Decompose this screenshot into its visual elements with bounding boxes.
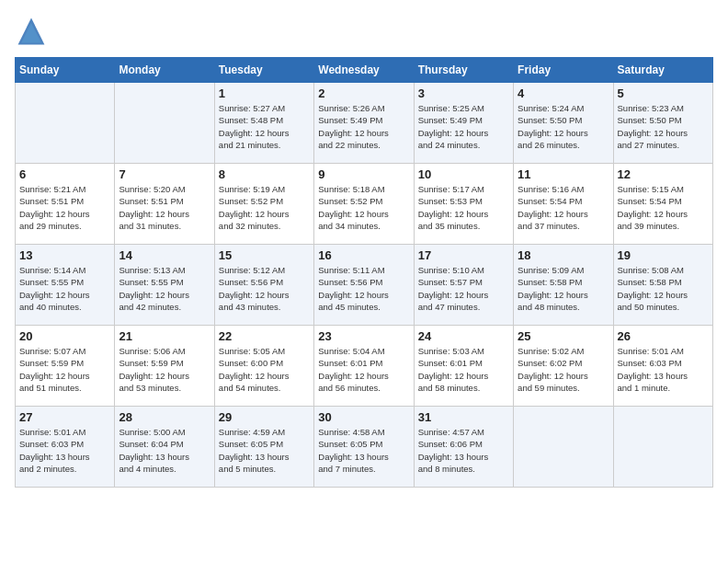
day-number: 11 [518,167,609,181]
calendar-body: 1Sunrise: 5:27 AM Sunset: 5:48 PM Daylig… [16,83,713,488]
day-cell: 25Sunrise: 5:02 AM Sunset: 6:02 PM Dayli… [514,326,613,407]
day-cell: 27Sunrise: 5:01 AM Sunset: 6:03 PM Dayli… [16,407,115,488]
day-cell: 2Sunrise: 5:26 AM Sunset: 5:49 PM Daylig… [314,83,414,164]
calendar-header: SundayMondayTuesdayWednesdayThursdayFrid… [16,58,713,83]
week-row-1: 6Sunrise: 5:21 AM Sunset: 5:51 PM Daylig… [16,164,713,245]
day-number: 21 [119,329,210,343]
day-number: 31 [418,410,509,424]
day-info: Sunrise: 5:13 AM Sunset: 5:55 PM Dayligh… [119,264,210,313]
day-info: Sunrise: 5:06 AM Sunset: 5:59 PM Dayligh… [119,345,210,394]
day-number: 15 [219,248,310,262]
day-info: Sunrise: 5:00 AM Sunset: 6:04 PM Dayligh… [119,426,210,475]
day-cell: 5Sunrise: 5:23 AM Sunset: 5:50 PM Daylig… [613,83,712,164]
day-cell [514,407,613,488]
day-cell: 29Sunrise: 4:59 AM Sunset: 6:05 PM Dayli… [214,407,313,488]
day-number: 16 [318,248,409,262]
day-cell: 22Sunrise: 5:05 AM Sunset: 6:00 PM Dayli… [214,326,313,407]
day-cell: 12Sunrise: 5:15 AM Sunset: 5:54 PM Dayli… [613,164,712,245]
day-cell: 3Sunrise: 5:25 AM Sunset: 5:49 PM Daylig… [414,83,513,164]
logo [15,15,51,48]
header-row: SundayMondayTuesdayWednesdayThursdayFrid… [16,58,713,83]
day-info: Sunrise: 4:58 AM Sunset: 6:05 PM Dayligh… [318,426,409,475]
day-number: 26 [618,329,709,343]
day-info: Sunrise: 5:21 AM Sunset: 5:51 PM Dayligh… [19,183,110,232]
day-info: Sunrise: 5:03 AM Sunset: 6:01 PM Dayligh… [418,345,509,394]
week-row-0: 1Sunrise: 5:27 AM Sunset: 5:48 PM Daylig… [16,83,713,164]
header-cell-tuesday: Tuesday [214,58,313,83]
logo-icon [15,15,48,48]
day-cell: 6Sunrise: 5:21 AM Sunset: 5:51 PM Daylig… [16,164,115,245]
day-number: 29 [219,410,310,424]
header-cell-saturday: Saturday [613,58,712,83]
day-number: 17 [418,248,509,262]
day-cell: 28Sunrise: 5:00 AM Sunset: 6:04 PM Dayli… [115,407,214,488]
day-number: 24 [418,329,509,343]
day-cell: 21Sunrise: 5:06 AM Sunset: 5:59 PM Dayli… [115,326,214,407]
day-number: 3 [418,86,509,100]
day-cell [613,407,712,488]
day-number: 22 [219,329,310,343]
day-info: Sunrise: 5:10 AM Sunset: 5:57 PM Dayligh… [418,264,509,313]
day-info: Sunrise: 5:02 AM Sunset: 6:02 PM Dayligh… [518,345,609,394]
day-number: 30 [318,410,409,424]
day-info: Sunrise: 5:25 AM Sunset: 5:49 PM Dayligh… [418,102,509,151]
day-number: 9 [318,167,409,181]
day-number: 12 [618,167,709,181]
day-cell: 23Sunrise: 5:04 AM Sunset: 6:01 PM Dayli… [314,326,414,407]
day-cell: 1Sunrise: 5:27 AM Sunset: 5:48 PM Daylig… [214,83,313,164]
day-info: Sunrise: 5:27 AM Sunset: 5:48 PM Dayligh… [219,102,310,151]
day-number: 13 [19,248,110,262]
day-info: Sunrise: 5:07 AM Sunset: 5:59 PM Dayligh… [19,345,110,394]
day-number: 10 [418,167,509,181]
day-info: Sunrise: 5:05 AM Sunset: 6:00 PM Dayligh… [219,345,310,394]
day-info: Sunrise: 5:19 AM Sunset: 5:52 PM Dayligh… [219,183,310,232]
day-number: 4 [518,86,609,100]
day-cell: 11Sunrise: 5:16 AM Sunset: 5:54 PM Dayli… [514,164,613,245]
day-number: 5 [618,86,709,100]
day-number: 19 [618,248,709,262]
day-info: Sunrise: 5:20 AM Sunset: 5:51 PM Dayligh… [119,183,210,232]
calendar-table: SundayMondayTuesdayWednesdayThursdayFrid… [15,57,713,488]
header-cell-monday: Monday [115,58,214,83]
day-info: Sunrise: 5:15 AM Sunset: 5:54 PM Dayligh… [618,183,709,232]
day-info: Sunrise: 5:26 AM Sunset: 5:49 PM Dayligh… [318,102,409,151]
day-info: Sunrise: 5:01 AM Sunset: 6:03 PM Dayligh… [19,426,110,475]
day-cell: 16Sunrise: 5:11 AM Sunset: 5:56 PM Dayli… [314,245,414,326]
day-info: Sunrise: 5:16 AM Sunset: 5:54 PM Dayligh… [518,183,609,232]
day-cell: 4Sunrise: 5:24 AM Sunset: 5:50 PM Daylig… [514,83,613,164]
week-row-3: 20Sunrise: 5:07 AM Sunset: 5:59 PM Dayli… [16,326,713,407]
day-cell: 9Sunrise: 5:18 AM Sunset: 5:52 PM Daylig… [314,164,414,245]
day-cell: 20Sunrise: 5:07 AM Sunset: 5:59 PM Dayli… [16,326,115,407]
day-info: Sunrise: 4:59 AM Sunset: 6:05 PM Dayligh… [219,426,310,475]
day-number: 2 [318,86,409,100]
day-cell: 19Sunrise: 5:08 AM Sunset: 5:58 PM Dayli… [613,245,712,326]
day-info: Sunrise: 5:23 AM Sunset: 5:50 PM Dayligh… [618,102,709,151]
day-number: 1 [219,86,310,100]
header-cell-sunday: Sunday [16,58,115,83]
day-info: Sunrise: 5:12 AM Sunset: 5:56 PM Dayligh… [219,264,310,313]
day-cell: 24Sunrise: 5:03 AM Sunset: 6:01 PM Dayli… [414,326,513,407]
day-number: 6 [19,167,110,181]
day-number: 18 [518,248,609,262]
day-info: Sunrise: 5:08 AM Sunset: 5:58 PM Dayligh… [618,264,709,313]
day-info: Sunrise: 5:24 AM Sunset: 5:50 PM Dayligh… [518,102,609,151]
day-number: 25 [518,329,609,343]
day-info: Sunrise: 5:17 AM Sunset: 5:53 PM Dayligh… [418,183,509,232]
day-number: 7 [119,167,210,181]
day-cell: 26Sunrise: 5:01 AM Sunset: 6:03 PM Dayli… [613,326,712,407]
day-info: Sunrise: 5:09 AM Sunset: 5:58 PM Dayligh… [518,264,609,313]
page-header [15,15,713,48]
day-info: Sunrise: 5:18 AM Sunset: 5:52 PM Dayligh… [318,183,409,232]
day-cell: 10Sunrise: 5:17 AM Sunset: 5:53 PM Dayli… [414,164,513,245]
day-number: 23 [318,329,409,343]
day-cell: 14Sunrise: 5:13 AM Sunset: 5:55 PM Dayli… [115,245,214,326]
day-number: 14 [119,248,210,262]
day-info: Sunrise: 5:14 AM Sunset: 5:55 PM Dayligh… [19,264,110,313]
day-cell: 18Sunrise: 5:09 AM Sunset: 5:58 PM Dayli… [514,245,613,326]
day-cell [16,83,115,164]
day-info: Sunrise: 4:57 AM Sunset: 6:06 PM Dayligh… [418,426,509,475]
day-info: Sunrise: 5:04 AM Sunset: 6:01 PM Dayligh… [318,345,409,394]
day-number: 28 [119,410,210,424]
day-cell: 31Sunrise: 4:57 AM Sunset: 6:06 PM Dayli… [414,407,513,488]
day-cell [115,83,214,164]
